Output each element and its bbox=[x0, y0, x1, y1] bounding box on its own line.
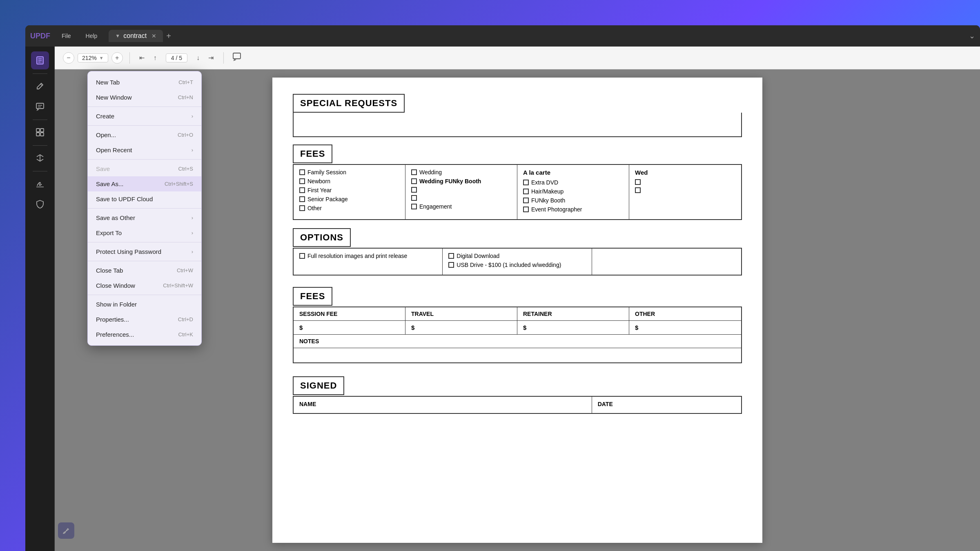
tab-close-button[interactable]: ✕ bbox=[151, 33, 156, 39]
title-bar-right: ⌄ bbox=[969, 31, 975, 40]
menu-shortcut: Ctrl+N bbox=[178, 94, 193, 100]
nav-prev-button[interactable]: ↑ bbox=[149, 52, 161, 64]
menu-item-save-as[interactable]: Save As... Ctrl+Shift+S bbox=[88, 176, 201, 191]
zoom-out-button[interactable]: − bbox=[63, 52, 74, 64]
check-row: Family Session bbox=[299, 169, 399, 176]
sidebar-icon-convert[interactable] bbox=[31, 149, 49, 167]
check-row bbox=[411, 187, 511, 193]
options-section: OPTIONS Full resolution images and print… bbox=[293, 228, 742, 276]
chevron-right-icon: › bbox=[192, 249, 193, 255]
menu-item-label: Protect Using Password bbox=[96, 248, 161, 255]
sidebar-icon-comment[interactable] bbox=[31, 98, 49, 116]
comment-button[interactable] bbox=[230, 51, 243, 64]
menu-item-label: Create bbox=[96, 113, 114, 120]
menu-item-close-window[interactable]: Close Window Ctrl+Shift+W bbox=[88, 278, 201, 293]
checkbox-other[interactable] bbox=[299, 205, 305, 211]
checkbox-event-photo[interactable] bbox=[523, 207, 529, 212]
menu-item-create[interactable]: Create › bbox=[88, 109, 201, 124]
checkbox-wedding-funky[interactable] bbox=[411, 178, 417, 184]
checkbox-usb[interactable] bbox=[448, 262, 454, 268]
signed-title: SIGNED bbox=[293, 376, 344, 395]
menu-shortcut: Ctrl+S bbox=[178, 166, 193, 172]
fees-value-row: $ $ $ $ bbox=[294, 321, 741, 335]
checkbox-blank1[interactable] bbox=[411, 187, 417, 193]
menu-item-save[interactable]: Save Ctrl+S bbox=[88, 161, 201, 176]
notes-row: NOTES bbox=[294, 335, 741, 348]
fees-col-2: Wedding Wedding FUNky Booth bbox=[405, 165, 517, 219]
notes-content bbox=[294, 348, 741, 362]
checkbox-blank2[interactable] bbox=[411, 195, 417, 201]
menu-item-properties[interactable]: Properties... Ctrl+D bbox=[88, 312, 201, 327]
sidebar-icon-protect[interactable] bbox=[31, 195, 49, 213]
sidebar-icon-edit[interactable] bbox=[31, 77, 49, 95]
checkbox-family[interactable] bbox=[299, 169, 305, 175]
checkbox-full-res[interactable] bbox=[299, 253, 305, 259]
fees-value-session: $ bbox=[294, 321, 405, 334]
menu-item-save-as-other[interactable]: Save as Other › bbox=[88, 210, 201, 225]
checkbox-funky-booth[interactable] bbox=[523, 198, 529, 203]
check-row: Wedding FUNky Booth bbox=[411, 178, 511, 184]
sidebar-icon-reader[interactable] bbox=[31, 51, 49, 69]
menu-item-close-tab[interactable]: Close Tab Ctrl+W bbox=[88, 263, 201, 278]
file-menu-button[interactable]: File bbox=[55, 30, 78, 42]
checkbox-hair[interactable] bbox=[523, 189, 529, 194]
check-label: Wedding bbox=[419, 169, 442, 176]
checkbox-first-year[interactable] bbox=[299, 187, 305, 193]
active-tab[interactable]: ▼ contract ✕ bbox=[109, 30, 163, 42]
menu-item-open[interactable]: Open... Ctrl+O bbox=[88, 127, 201, 142]
nav-buttons-next: ↓ ⇥ bbox=[192, 52, 217, 64]
menu-divider bbox=[88, 159, 201, 160]
app-logo: UPDF bbox=[30, 32, 50, 40]
add-tab-button[interactable]: + bbox=[166, 31, 171, 41]
menu-item-open-recent[interactable]: Open Recent › bbox=[88, 142, 201, 158]
signed-name-cell: NAME bbox=[294, 397, 592, 413]
menu-item-new-window[interactable]: New Window Ctrl+N bbox=[88, 90, 201, 105]
menu-item-label: Open Recent bbox=[96, 147, 132, 153]
nav-first-button[interactable]: ⇤ bbox=[136, 52, 148, 64]
check-label: Hair/Makeup bbox=[531, 188, 564, 195]
page-current: 4 bbox=[171, 55, 174, 61]
check-label: First Year bbox=[307, 187, 332, 193]
menu-item-protect-password[interactable]: Protect Using Password › bbox=[88, 244, 201, 259]
checkbox-dvd[interactable] bbox=[523, 180, 529, 185]
checkbox-engagement[interactable] bbox=[411, 204, 417, 209]
menu-item-export-to[interactable]: Export To › bbox=[88, 225, 201, 240]
brush-icon[interactable] bbox=[58, 522, 74, 539]
check-row: Other bbox=[299, 205, 399, 211]
chevron-right-icon: › bbox=[192, 215, 193, 221]
checkbox-wedding[interactable] bbox=[411, 169, 417, 175]
sidebar-divider bbox=[33, 171, 47, 171]
checkbox-digital-dl[interactable] bbox=[448, 253, 454, 259]
zoom-dropdown-arrow: ▼ bbox=[99, 56, 104, 60]
checkbox-wed2[interactable] bbox=[635, 187, 641, 193]
check-row bbox=[635, 187, 735, 193]
menu-shortcut: Ctrl+W bbox=[177, 267, 193, 273]
nav-last-button[interactable]: ⇥ bbox=[205, 52, 217, 64]
nav-next-button[interactable]: ↓ bbox=[192, 52, 204, 64]
fees-header-session: SESSION FEE bbox=[294, 307, 405, 320]
menu-item-label: Open... bbox=[96, 131, 116, 138]
title-bar: UPDF File Help ▼ contract ✕ + ⌄ bbox=[25, 25, 980, 47]
menu-shortcut: Ctrl+D bbox=[178, 316, 193, 322]
page-separator: / bbox=[176, 55, 179, 61]
sidebar-icon-sign[interactable] bbox=[31, 175, 49, 193]
help-menu-button[interactable]: Help bbox=[79, 30, 104, 42]
sidebar-icon-organize[interactable] bbox=[31, 123, 49, 141]
signed-section: SIGNED NAME DATE bbox=[293, 376, 742, 414]
menu-item-preferences[interactable]: Preferences... Ctrl+K bbox=[88, 327, 201, 342]
menu-item-show-in-folder[interactable]: Show in Folder bbox=[88, 297, 201, 312]
zoom-display[interactable]: 212% ▼ bbox=[78, 53, 108, 62]
menu-item-label: Preferences... bbox=[96, 331, 134, 338]
menu-item-new-tab[interactable]: New Tab Ctrl+T bbox=[88, 75, 201, 90]
fees-grid: Family Session Newborn First Year bbox=[293, 164, 742, 220]
menu-item-save-to-cloud[interactable]: Save to UPDF Cloud bbox=[88, 191, 201, 207]
chevron-right-icon: › bbox=[192, 113, 193, 119]
checkbox-wed1[interactable] bbox=[635, 179, 641, 185]
checkbox-senior[interactable] bbox=[299, 196, 305, 202]
chevron-right-icon: › bbox=[192, 147, 193, 153]
fees-bottom-grid: SESSION FEE TRAVEL RETAINER OTHER $ $ $ … bbox=[293, 307, 742, 363]
zoom-in-button[interactable]: + bbox=[111, 52, 123, 64]
checkbox-newborn[interactable] bbox=[299, 178, 305, 184]
fees-value-other: $ bbox=[629, 321, 741, 334]
options-col-3 bbox=[592, 249, 741, 275]
